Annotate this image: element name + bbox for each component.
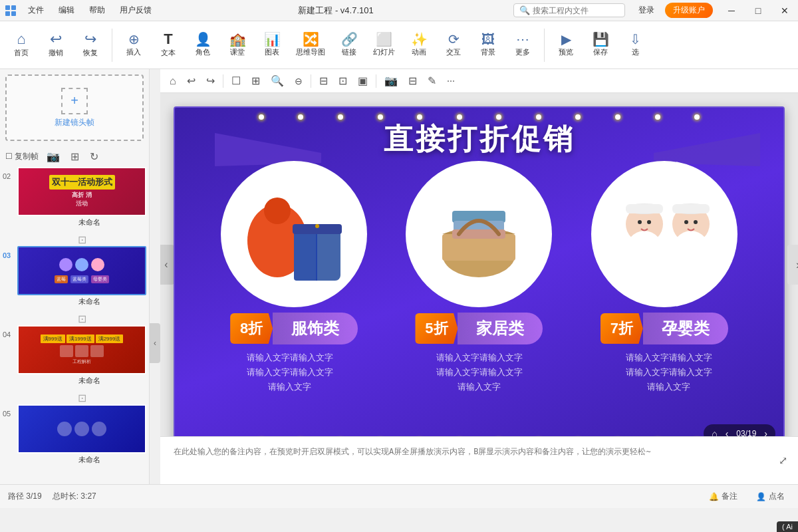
slide-thumb-05[interactable] xyxy=(17,404,146,454)
product-circle-baby xyxy=(591,161,737,307)
tool-link[interactable]: 🔗 链接 xyxy=(333,30,365,60)
canvas-align-btn[interactable]: ⊟ xyxy=(315,72,332,90)
bell-icon: 🔔 xyxy=(709,492,719,501)
slide-nav-next-btn[interactable]: › xyxy=(761,427,770,436)
menu-edit[interactable]: 编辑 xyxy=(52,2,81,19)
canvas-undo-btn[interactable]: ↩ xyxy=(183,72,200,90)
tool-slideshow[interactable]: ⬜ 幻灯片 xyxy=(368,30,400,60)
nav-right-button[interactable]: › xyxy=(787,245,798,285)
tool-interact[interactable]: ⟳ 交互 xyxy=(438,30,469,60)
slide-nav-home-btn[interactable]: ⌂ xyxy=(709,427,720,436)
canvas-distribute-btn[interactable]: ⊡ xyxy=(334,72,351,90)
canvas-more-btn[interactable]: ⋯ xyxy=(443,74,459,88)
canvas-group-btn[interactable]: ▣ xyxy=(354,72,372,90)
slideshow-icon: ⬜ xyxy=(376,33,392,46)
canvas-home-btn[interactable]: ⌂ xyxy=(166,72,180,90)
tool-home-label: 首页 xyxy=(14,48,29,58)
slide-item-02: 02 双十一活动形式 高折 消 活动 未命名 xyxy=(3,167,146,227)
rotate-btn[interactable]: ↻ xyxy=(87,149,101,164)
tool-insert[interactable]: ⊕ 插入 xyxy=(118,30,150,60)
rollcall-btn[interactable]: 👤 点名 xyxy=(751,488,790,505)
svg-rect-0 xyxy=(5,5,10,10)
redo-icon: ↪ xyxy=(84,32,96,47)
tool-mindmap-label: 思维导图 xyxy=(296,47,325,57)
notes-toggle-btn[interactable]: 🔔 备注 xyxy=(704,488,743,505)
slide-thumb-03[interactable]: 蓝莓 蓝莓类 母婴类 xyxy=(17,246,146,295)
camera-btn[interactable]: 📷 xyxy=(44,149,63,164)
background-icon: 🖼 xyxy=(481,33,495,46)
tool-text[interactable]: T 文本 xyxy=(152,29,184,61)
tool-preview-label: 预览 xyxy=(559,47,573,57)
tool-preview[interactable]: ▶ 预览 xyxy=(550,30,582,60)
tool-home[interactable]: ⌂ 首页 xyxy=(5,29,37,61)
tool-redo[interactable]: ↪ 恢复 xyxy=(74,29,106,61)
slide-spacer-04: ⊡ xyxy=(17,391,146,404)
slide-thumb-02[interactable]: 双十一活动形式 高折 消 活动 xyxy=(17,167,146,216)
clothes-image xyxy=(227,168,360,301)
search-box[interactable]: 🔍 xyxy=(513,3,625,17)
tool-undo[interactable]: ↩ 撤销 xyxy=(40,29,72,61)
canvas-zoomin-btn[interactable]: 🔍 xyxy=(267,72,288,90)
notes-textarea[interactable] xyxy=(168,441,776,481)
tool-animation[interactable]: ✨ 动画 xyxy=(403,30,435,60)
svg-point-23 xyxy=(671,231,711,277)
tool-mindmap[interactable]: 🔀 思维导图 xyxy=(291,30,331,60)
new-frame-label: 新建镜头帧 xyxy=(55,117,94,128)
slide-num-04: 04 xyxy=(3,325,15,338)
canvas-select-btn[interactable]: ☐ xyxy=(227,72,245,90)
canvas-camera-btn[interactable]: 📷 xyxy=(380,72,402,90)
path-text: 路径 3/19 xyxy=(8,491,42,502)
app-icon xyxy=(0,0,21,21)
tool-text-label: 文本 xyxy=(161,48,176,58)
tool-background-label: 背景 xyxy=(481,47,495,57)
canvas-grid-btn[interactable]: ⊞ xyxy=(247,72,264,90)
slide-list: 02 双十一活动形式 高折 消 活动 未命名 ⊡ xyxy=(0,167,149,484)
chart-icon: 📊 xyxy=(264,33,281,46)
canvas-zoomout-btn[interactable]: ⊖ xyxy=(291,73,307,89)
tool-chart[interactable]: 📊 图表 xyxy=(256,30,288,60)
svg-point-27 xyxy=(647,220,651,224)
titlebar: 文件 编辑 帮助 用户反馈 新建工程 - v4.7.101 🔍 登录 升级账户 … xyxy=(0,0,798,21)
ai-badge[interactable]: ( Ai xyxy=(777,521,798,532)
category-home: 5折 家居类 xyxy=(415,313,543,344)
menu-help[interactable]: 帮助 xyxy=(82,2,112,19)
minimize-button[interactable]: ─ xyxy=(718,0,745,21)
copy-frame-btn[interactable]: ☐ 复制帧 xyxy=(5,151,39,162)
tool-select[interactable]: ⇩ 选 xyxy=(619,30,651,60)
menu-file[interactable]: 文件 xyxy=(21,2,51,19)
maximize-button[interactable]: □ xyxy=(745,0,771,21)
toolbar-divider-2 xyxy=(544,29,545,62)
rollcall-btn-label: 点名 xyxy=(769,491,785,502)
canvas-divider-2 xyxy=(311,74,311,88)
desc-row: 请输入文字请输入文字请输入文字请输入文字请输入文字 请输入文字请输入文字请输入文… xyxy=(175,350,783,394)
tool-chart-label: 图表 xyxy=(265,47,279,57)
tool-more[interactable]: ⋯ 更多 xyxy=(507,30,539,60)
search-input[interactable] xyxy=(533,6,619,15)
slide-title-area: 直接打折促销 xyxy=(175,120,783,159)
notes-expand-btn[interactable]: ⤢ xyxy=(776,452,790,469)
canvas-pen-btn[interactable]: ✎ xyxy=(424,72,440,90)
slide-nav-prev-btn[interactable]: ‹ xyxy=(723,427,732,436)
category-name-baby: 孕婴类 xyxy=(643,313,728,344)
tool-background[interactable]: 🖼 背景 xyxy=(472,30,504,60)
canvas-redo-btn[interactable]: ↪ xyxy=(202,72,219,90)
slide-thumb-04[interactable]: 满999送 满1999送 满2999送 工程解析 xyxy=(17,325,146,374)
close-button[interactable]: ✕ xyxy=(771,0,798,21)
tool-classroom[interactable]: 🏫 课堂 xyxy=(221,30,253,60)
login-button[interactable]: 登录 xyxy=(630,3,662,18)
tool-save[interactable]: 💾 保存 xyxy=(585,30,616,60)
tool-select-label: 选 xyxy=(632,47,639,57)
grid-btn[interactable]: ⊞ xyxy=(68,149,82,164)
canvas-crop-btn[interactable]: ⊟ xyxy=(404,72,421,90)
slide-canvas[interactable]: 直接打折促销 xyxy=(174,106,785,436)
sidebar-toggle-button[interactable]: ‹ xyxy=(150,323,160,363)
insert-icon: ⊕ xyxy=(128,33,140,46)
new-frame-button[interactable]: + 新建镜头帧 xyxy=(5,74,144,141)
upgrade-button[interactable]: 升级账户 xyxy=(665,3,713,18)
notes-area: ⤢ xyxy=(160,436,798,484)
desc-text-baby: 请输入文字请输入文字请输入文字请输入文字请输入文字 xyxy=(583,350,755,394)
tool-character[interactable]: 👤 角色 xyxy=(187,30,219,60)
menu-feedback[interactable]: 用户反馈 xyxy=(113,2,158,19)
nav-left-button[interactable]: ‹ xyxy=(160,245,174,285)
slide-num-03: 03 xyxy=(3,246,15,259)
